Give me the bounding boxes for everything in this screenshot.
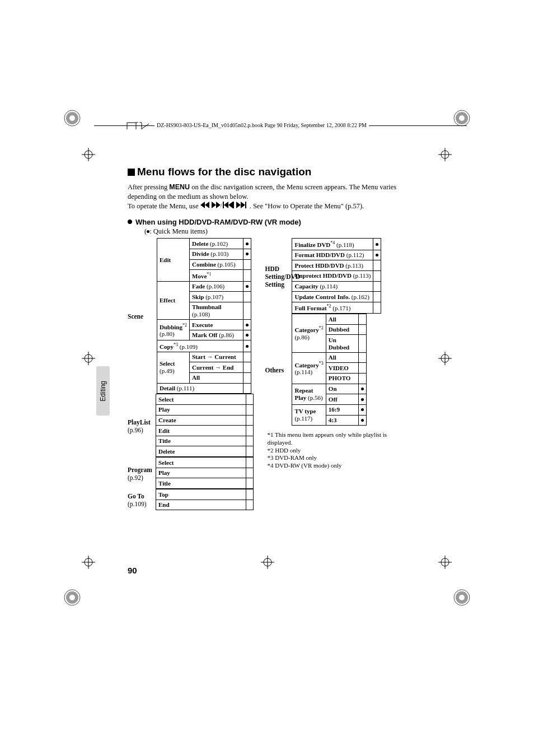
svg-point-1	[68, 114, 77, 123]
crosshair-icon	[82, 352, 95, 365]
goto-table: Top End	[156, 489, 254, 510]
svg-point-5	[68, 593, 77, 602]
crosshair-icon	[438, 556, 452, 569]
others-label: Others	[265, 314, 292, 426]
svg-point-3	[457, 114, 466, 123]
regmark-icon	[64, 110, 81, 127]
crosshair-icon	[82, 556, 95, 569]
crosshair-icon	[438, 352, 452, 365]
regmark-icon	[453, 589, 470, 606]
crosshair-icon	[82, 148, 95, 161]
program-table: Select Play Title	[156, 457, 254, 489]
mode-heading: When using HDD/DVD-RAM/DVD-RW (VR mode)	[128, 218, 407, 226]
scene-table: Edit Delete (p.102) Divide (p.103) Combi…	[157, 238, 251, 394]
intro-text: After pressing MENU on the disc navigati…	[128, 183, 407, 211]
regmark-icon	[453, 110, 470, 127]
side-tab-label: Editing	[99, 381, 107, 402]
hdd-table: Finalize DVD*4 (p.118) Format HDD/DVD (p…	[292, 238, 381, 314]
hdd-label: HDD Setting/DVD Setting	[265, 238, 292, 314]
crosshair-icon	[438, 148, 452, 161]
playlist-table: Select Play Create Edit Title Delete	[156, 394, 254, 457]
page-number: 90	[128, 566, 137, 575]
running-head: DZ-HS903-803-US-Ea_IM_v01d05n02.p.book P…	[154, 122, 369, 128]
svg-point-7	[457, 593, 466, 602]
scene-label: Scene	[128, 238, 157, 394]
crosshair-icon	[261, 556, 274, 569]
footnotes: *1 This menu item appears only while pla…	[267, 431, 407, 470]
regmark-icon	[64, 589, 81, 606]
transport-icons: /	[200, 202, 250, 211]
svg-text:/: /	[221, 202, 222, 208]
program-label: Program(p.92)	[128, 457, 156, 489]
goto-label: Go To(p.109)	[128, 489, 156, 510]
book-icon	[127, 122, 150, 130]
quick-legend: (: Quick Menu items)	[144, 227, 407, 236]
playlist-label: PlayList(p.96)	[128, 394, 156, 457]
page-title: Menu flows for the disc navigation	[128, 166, 407, 178]
others-table: Category*2(p.86) All Dubbed Un Dubbed Ca…	[292, 314, 366, 426]
side-tab: Editing	[96, 366, 110, 416]
